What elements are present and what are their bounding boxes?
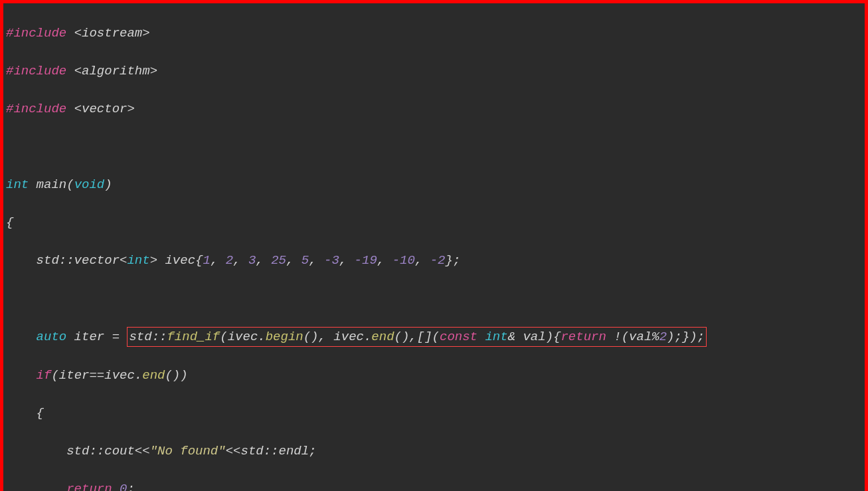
code-line: #include <vector> [6,100,862,119]
brace: { [6,406,44,421]
number: 2 [226,253,233,268]
fn-end: end [142,368,165,383]
preproc-include: include [13,26,66,41]
number: 3 [248,253,256,268]
kw-if: if [37,368,52,383]
code-line: { [6,404,862,423]
preproc-include: include [13,102,66,116]
kw-return: return [561,330,606,344]
brace: { [6,215,13,230]
fn-begin: begin [266,330,304,344]
kw-void: void [74,177,105,192]
blank-line [6,289,862,308]
header-iostream: <iostream> [74,26,150,41]
number: 2 [659,330,667,344]
code-line: #include <iostream> [6,24,862,43]
number: 5 [302,253,309,268]
kw-const: const [440,330,477,344]
highlighted-expression: std::find_if(ivec.begin(), ivec.end(),[]… [127,327,707,347]
fn-find-if: find_if [167,330,220,344]
code-line: { [6,213,862,233]
fn-main: main( [29,177,74,192]
preproc-hash: # [6,102,13,116]
preproc-hash: # [6,64,13,78]
preproc-hash: # [6,26,13,41]
code-editor[interactable]: #include <iostream> #include <algorithm>… [3,3,865,491]
number: 0 [120,482,127,492]
preproc-include: include [13,64,66,78]
number: -3 [324,253,339,268]
kw-auto: auto [37,330,67,344]
code-line: int main(void) [6,175,862,195]
number: -10 [392,253,415,268]
code-line: return 0; [6,480,862,492]
string-literal: "No found" [150,444,226,458]
kw-int: int [127,253,149,268]
number: 1 [203,253,210,268]
header-algorithm: <algorithm> [74,64,157,78]
number: 25 [271,253,286,268]
kw-int: int [6,177,29,192]
kw-int: int [485,330,507,344]
code-line: auto iter = std::find_if(ivec.begin(), i… [6,327,862,347]
code-line: #include <algorithm> [6,62,862,81]
fn-end: end [371,330,394,344]
number: -19 [355,253,377,268]
code-line: std::cout<<"No found"<<std::endl; [6,442,862,461]
number: -2 [430,253,446,268]
blank-line [6,138,862,157]
code-line: if(iter==ivec.end()) [6,366,862,385]
code-line: std::vector<int> ivec{1, 2, 3, 25, 5, -3… [6,251,862,270]
header-vector: <vector> [74,102,135,116]
kw-return: return [66,482,112,492]
